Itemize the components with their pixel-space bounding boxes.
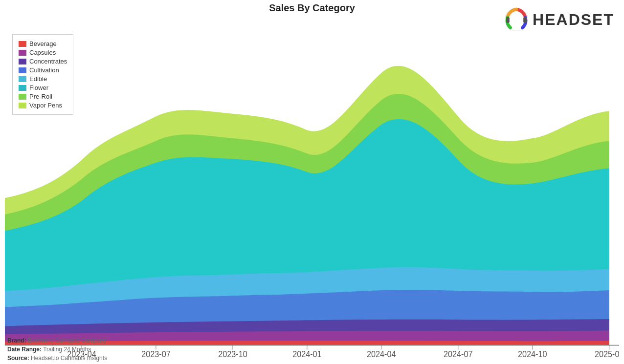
- svg-text:2024-10: 2024-10: [518, 349, 547, 359]
- legend-color-cultivation: [19, 67, 26, 73]
- legend-label-preroll: Pre-Roll: [29, 93, 52, 100]
- legend-color-preroll: [19, 94, 26, 100]
- legend-label-flower: Flower: [29, 84, 48, 91]
- legend-item-flower: Flower: [19, 84, 67, 91]
- footer-source: Source: Headset.io Cannabis Insights: [7, 354, 107, 363]
- date-label: Date Range:: [7, 346, 42, 353]
- svg-text:2024-04: 2024-04: [367, 349, 396, 359]
- legend-item-beverage: Beverage: [19, 40, 67, 47]
- legend-item-preroll: Pre-Roll: [19, 93, 67, 100]
- legend: Beverage Capsules Concentrates Cultivati…: [12, 34, 73, 115]
- headset-logo-icon: [504, 7, 529, 32]
- source-label: Source:: [7, 355, 29, 362]
- source-value: Headset.io Cannabis Insights: [31, 355, 107, 362]
- legend-color-beverage: [19, 41, 26, 47]
- legend-label-edible: Edible: [29, 75, 47, 83]
- svg-text:2024-01: 2024-01: [292, 349, 321, 359]
- header: HEADSET: [504, 7, 614, 32]
- legend-label-beverage: Beverage: [29, 40, 57, 47]
- svg-text:2025-01: 2025-01: [595, 349, 619, 359]
- legend-item-edible: Edible: [19, 75, 67, 83]
- legend-color-capsules: [19, 50, 26, 56]
- brand-value: Evermore Cannabis Company: [28, 337, 107, 344]
- legend-label-capsules: Capsules: [29, 49, 56, 56]
- logo-text: HEADSET: [533, 11, 614, 29]
- legend-color-flower: [19, 85, 26, 91]
- svg-rect-1: [506, 17, 510, 23]
- svg-text:2023-10: 2023-10: [218, 349, 247, 359]
- legend-color-edible: [19, 76, 26, 82]
- footer: Brand: Evermore Cannabis Company Date Ra…: [7, 336, 107, 363]
- legend-item-cultivation: Cultivation: [19, 66, 67, 74]
- footer-brand: Brand: Evermore Cannabis Company: [7, 336, 107, 345]
- page: HEADSET Sales By Category Beverage Capsu…: [0, 2, 624, 364]
- legend-item-capsules: Capsules: [19, 49, 67, 56]
- legend-color-concentrates: [19, 59, 26, 64]
- svg-text:2023-07: 2023-07: [141, 349, 170, 359]
- legend-label-cultivation: Cultivation: [29, 66, 59, 74]
- legend-label-concentrates: Concentrates: [29, 58, 67, 65]
- footer-date: Date Range: Trailing 24 Months: [7, 345, 107, 354]
- legend-item-vaporpens: Vapor Pens: [19, 102, 67, 109]
- svg-text:2024-07: 2024-07: [444, 349, 472, 359]
- brand-label: Brand:: [7, 337, 26, 344]
- date-value: Trailing 24 Months: [43, 346, 91, 353]
- svg-rect-2: [523, 17, 527, 23]
- chart-svg: 2023-04 2023-07 2023-10 2024-01 2024-04 …: [5, 29, 619, 362]
- legend-item-concentrates: Concentrates: [19, 58, 67, 65]
- chart-svg-wrapper: 2023-04 2023-07 2023-10 2024-01 2024-04 …: [5, 29, 619, 362]
- legend-color-vaporpens: [19, 103, 26, 108]
- legend-label-vaporpens: Vapor Pens: [29, 102, 62, 109]
